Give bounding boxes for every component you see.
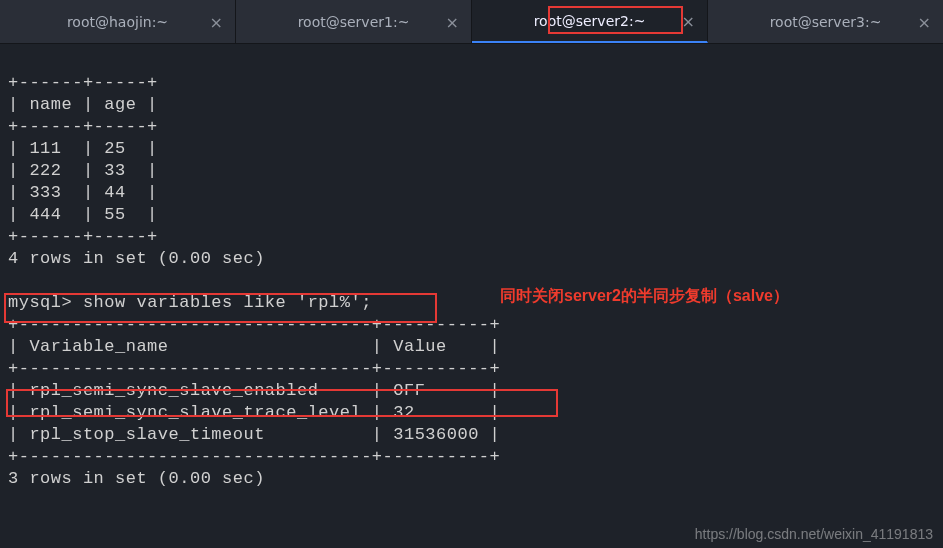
tab-server3[interactable]: root@server3:~ × (708, 0, 943, 43)
table-border: +------+-----+ (8, 117, 158, 136)
table-row: | rpl_stop_slave_timeout | 31536000 | (8, 425, 500, 444)
table-row: | 111 | 25 | (8, 139, 158, 158)
close-icon[interactable]: × (210, 12, 223, 31)
table-border: +------+-----+ (8, 227, 158, 246)
table-row: | rpl_semi_sync_slave_enabled | OFF | (8, 381, 500, 400)
annotation-text: 同时关闭server2的半同步复制（salve） (500, 286, 789, 307)
table-header: | name | age | (8, 95, 158, 114)
sql-command: show variables like 'rpl%'; (83, 293, 372, 312)
tab-label: root@haojin:~ (67, 14, 168, 30)
tab-server1[interactable]: root@server1:~ × (236, 0, 472, 43)
table-border: +---------------------------------+-----… (8, 315, 500, 334)
result-summary: 4 rows in set (0.00 sec) (8, 249, 265, 268)
table-border: +---------------------------------+-----… (8, 359, 500, 378)
table-row: | 333 | 44 | (8, 183, 158, 202)
table-border: +---------------------------------+-----… (8, 447, 500, 466)
table-row: | 444 | 55 | (8, 205, 158, 224)
close-icon[interactable]: × (446, 12, 459, 31)
tab-bar: root@haojin:~ × root@server1:~ × root@se… (0, 0, 943, 44)
mysql-prompt: mysql> (8, 293, 83, 312)
terminal-output[interactable]: +------+-----+ | name | age | +------+--… (0, 44, 943, 498)
table-row: | 222 | 33 | (8, 161, 158, 180)
tab-label: root@server3:~ (770, 14, 882, 30)
tab-server2[interactable]: root@server2:~ × (472, 0, 708, 43)
tab-label: root@server2:~ (534, 13, 646, 29)
close-icon[interactable]: × (918, 12, 931, 31)
table-header: | Variable_name | Value | (8, 337, 500, 356)
table-row: | rpl_semi_sync_slave_trace_level | 32 | (8, 403, 500, 422)
watermark-text: https://blog.csdn.net/weixin_41191813 (695, 526, 933, 542)
result-summary: 3 rows in set (0.00 sec) (8, 469, 265, 488)
table-border: +------+-----+ (8, 73, 158, 92)
close-icon[interactable]: × (682, 11, 695, 30)
tab-haojin[interactable]: root@haojin:~ × (0, 0, 236, 43)
tab-label: root@server1:~ (298, 14, 410, 30)
